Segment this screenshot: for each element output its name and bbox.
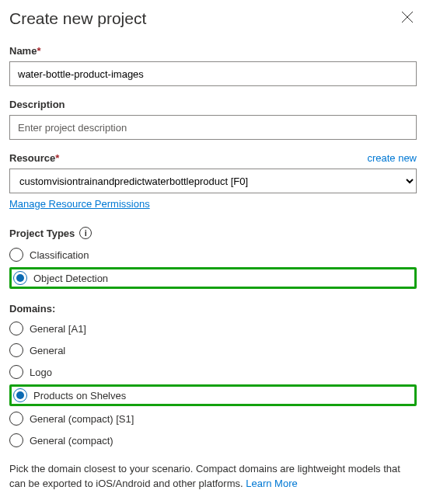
radio-label: General bbox=[30, 345, 65, 356]
name-label: Name* bbox=[9, 45, 417, 57]
radio-icon bbox=[9, 343, 23, 357]
manage-resource-permissions-link[interactable]: Manage Resource Permissions bbox=[9, 198, 150, 210]
description-input[interactable] bbox=[9, 115, 417, 140]
radio-object-detection[interactable]: Object Detection bbox=[13, 271, 108, 285]
resource-select[interactable]: customvisiontrainandpredictwaterbottlepr… bbox=[9, 169, 417, 193]
description-label: Description bbox=[9, 99, 417, 110]
radio-label: General [A1] bbox=[30, 323, 86, 335]
project-types-group: Classification Object Detection bbox=[9, 245, 417, 289]
radio-classification[interactable]: Classification bbox=[9, 245, 417, 264]
radio-general-a1[interactable]: General [A1] bbox=[9, 319, 417, 338]
radio-icon bbox=[9, 322, 23, 335]
radio-icon bbox=[9, 248, 23, 262]
highlight-box: Products on Shelves bbox=[9, 384, 417, 406]
create-new-link[interactable]: create new bbox=[367, 152, 417, 164]
dialog-title: Create new project bbox=[9, 9, 146, 28]
domain-help-text: Pick the domain closest to your scenario… bbox=[9, 462, 417, 492]
radio-icon bbox=[9, 433, 23, 447]
radio-icon bbox=[9, 412, 23, 426]
close-icon[interactable] bbox=[398, 9, 417, 27]
radio-general-compact-s1[interactable]: General (compact) [S1] bbox=[9, 409, 417, 428]
project-types-label: Project Types bbox=[9, 228, 75, 239]
highlight-box: Object Detection bbox=[9, 267, 417, 289]
radio-logo[interactable]: Logo bbox=[9, 363, 417, 381]
radio-products-on-shelves[interactable]: Products on Shelves bbox=[13, 388, 126, 402]
domains-group: General [A1] General Logo Products on Sh… bbox=[9, 319, 417, 450]
radio-icon bbox=[13, 271, 27, 285]
radio-label: Logo bbox=[30, 367, 52, 378]
radio-icon bbox=[9, 365, 23, 379]
radio-label: Products on Shelves bbox=[33, 390, 126, 401]
radio-label: General (compact) bbox=[30, 435, 113, 447]
learn-more-link[interactable]: Learn More bbox=[246, 478, 297, 489]
name-input[interactable] bbox=[9, 61, 417, 86]
radio-label: Object Detection bbox=[33, 273, 108, 284]
radio-general-compact[interactable]: General (compact) bbox=[9, 431, 417, 450]
radio-icon bbox=[13, 388, 27, 402]
radio-label: Classification bbox=[30, 249, 89, 261]
info-icon[interactable]: i bbox=[79, 227, 92, 239]
radio-label: General (compact) [S1] bbox=[30, 413, 134, 425]
radio-general[interactable]: General bbox=[9, 341, 417, 360]
domains-label: Domains: bbox=[9, 303, 417, 315]
resource-label: Resource* bbox=[9, 152, 59, 164]
